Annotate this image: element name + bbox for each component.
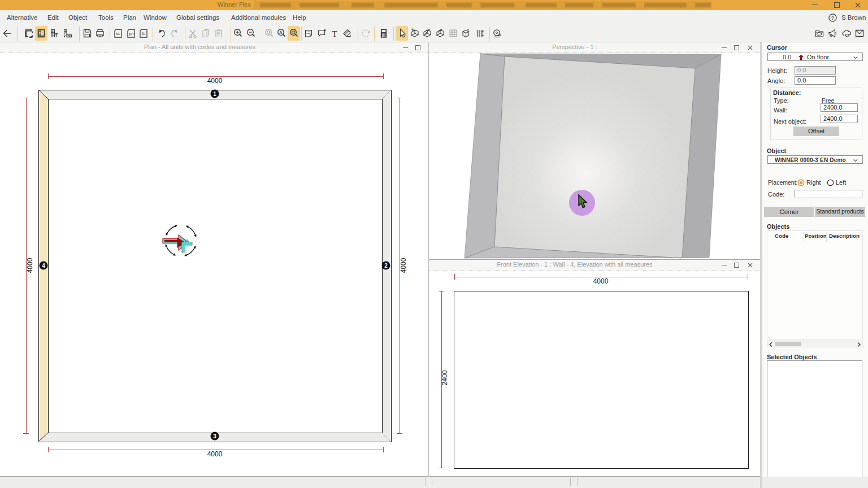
svg-text:sc: sc xyxy=(116,31,120,36)
svg-text:2400: 2400 xyxy=(441,370,449,385)
svg-text:4000: 4000 xyxy=(400,258,407,273)
svg-text:A: A xyxy=(279,30,283,35)
svg-text:4000: 4000 xyxy=(26,258,34,273)
svg-text:4000: 4000 xyxy=(207,77,223,85)
svg-text:3: 3 xyxy=(213,433,216,439)
svg-text:4000: 4000 xyxy=(593,277,609,285)
svg-text:4000: 4000 xyxy=(207,450,223,458)
svg-text:4: 4 xyxy=(42,263,45,269)
svg-text:fc: fc xyxy=(142,31,145,36)
svg-text:1: 1 xyxy=(213,91,216,97)
svg-text:2: 2 xyxy=(384,263,388,269)
svg-text:pn: pn xyxy=(129,31,133,36)
svg-text:T: T xyxy=(332,29,337,38)
svg-text:?: ? xyxy=(831,15,834,21)
